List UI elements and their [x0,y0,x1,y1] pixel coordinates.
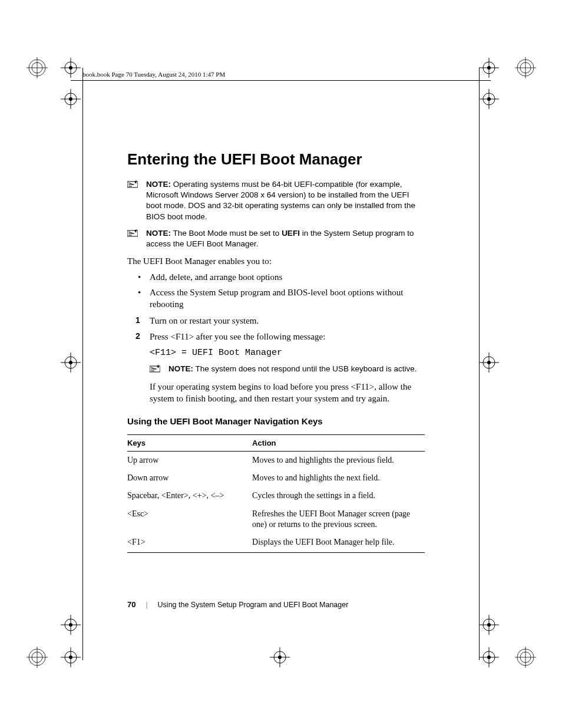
svg-point-46 [69,623,72,627]
crop-line [71,80,491,81]
note-body-a: The Boot Mode must be set to [173,229,282,238]
navigation-keys-table: Keys Action Up arrow Moves to and highli… [127,434,425,553]
reg-mark-icon [477,351,501,374]
svg-point-58 [278,655,282,659]
svg-point-34 [487,97,491,101]
page-footer: 70 | Using the System Setup Program and … [127,600,425,610]
crop-mark-icon [27,50,62,85]
note-label: NOTE: [168,364,193,373]
note-block-3: NOTE: The system does not respond until … [150,364,425,374]
chapter-title: Using the System Setup Program and UEFI … [158,601,349,609]
note-label: NOTE: [146,180,171,189]
running-head: book.book Page 70 Tuesday, August 24, 20… [82,71,225,78]
note-label: NOTE: [146,229,171,238]
reg-mark-icon [477,613,501,637]
intro-paragraph: The UEFI Boot Manager enables you to: [127,255,425,267]
step-list: Turn on or restart your system. Press <F… [127,315,425,343]
step-item: Press <F11> after you see the following … [127,331,425,343]
cell-action: Moves to and highlights the next field. [252,469,425,487]
reg-mark-icon [59,351,82,374]
list-item: Access the System Setup program and BIOS… [127,286,425,311]
note-body-b: UEFI [282,229,300,238]
cell-keys: <F1> [127,533,252,553]
reg-mark-icon [477,645,501,669]
table-row: <Esc> Refreshes the UEFI Boot Manager sc… [127,505,425,533]
list-item: Add, delete, and arrange boot options [127,271,425,283]
crop-mark-icon [501,640,536,675]
note-icon [127,229,138,238]
svg-point-30 [69,97,72,101]
svg-point-42 [487,361,491,364]
reg-mark-icon [59,87,82,111]
step-item: Turn on or restart your system. [127,315,425,327]
reg-mark-icon [477,87,501,111]
reg-mark-icon [59,56,82,80]
cell-keys: <Esc> [127,505,252,533]
crop-line [479,68,480,660]
crop-mark-icon [501,50,536,85]
page-number: 70 [127,600,135,609]
table-row: Spacebar, <Enter>, <+>, <–> Cycles throu… [127,487,425,505]
reg-mark-icon [268,645,292,669]
crop-mark-icon [27,640,62,675]
note-block-2: NOTE: The Boot Mode must be set to UEFI … [127,228,425,249]
note-icon [150,365,160,373]
page-title: Entering the UEFI Boot Manager [127,150,425,169]
cell-action: Refreshes the UEFI Boot Manager screen (… [252,505,425,533]
table-header-keys: Keys [127,435,252,452]
cell-keys: Down arrow [127,469,252,487]
svg-point-26 [487,66,491,70]
post-note-paragraph: If your operating system begins to load … [150,381,425,405]
cell-keys: Up arrow [127,452,252,470]
table-row: <F1> Displays the UEFI Boot Manager help… [127,533,425,553]
code-line: <F11> = UEFI Boot Manager [150,348,425,358]
footer-separator: | [146,600,148,609]
cell-action: Moves to and highlights the previous fie… [252,452,425,470]
bullet-list: Add, delete, and arrange boot options Ac… [127,271,425,311]
cell-action: Displays the UEFI Boot Manager help file… [252,533,425,553]
table-header-action: Action [252,435,425,452]
note-text: NOTE: The Boot Mode must be set to UEFI … [146,228,425,249]
cell-action: Cycles through the settings in a field. [252,487,425,505]
note-body: Operating systems must be 64-bit UEFI-co… [146,180,415,221]
svg-point-38 [69,361,72,364]
svg-point-50 [487,623,491,627]
note-body: The system does not respond until the US… [196,364,417,373]
crop-line [82,68,83,660]
table-row: Down arrow Moves to and highlights the n… [127,469,425,487]
svg-point-62 [487,655,491,659]
note-text: NOTE: Operating systems must be 64-bit U… [146,179,425,222]
page-content: Entering the UEFI Boot Manager NOTE: Ope… [127,150,425,553]
svg-point-22 [69,66,72,70]
reg-mark-icon [59,613,82,637]
cell-keys: Spacebar, <Enter>, <+>, <–> [127,487,252,505]
note-text: NOTE: The system does not respond until … [168,364,425,374]
reg-mark-icon [477,56,501,80]
note-block-1: NOTE: Operating systems must be 64-bit U… [127,179,425,222]
section-heading: Using the UEFI Boot Manager Navigation K… [127,416,425,426]
reg-mark-icon [59,645,82,669]
svg-point-54 [69,655,72,659]
note-icon [127,180,138,189]
table-row: Up arrow Moves to and highlights the pre… [127,452,425,470]
